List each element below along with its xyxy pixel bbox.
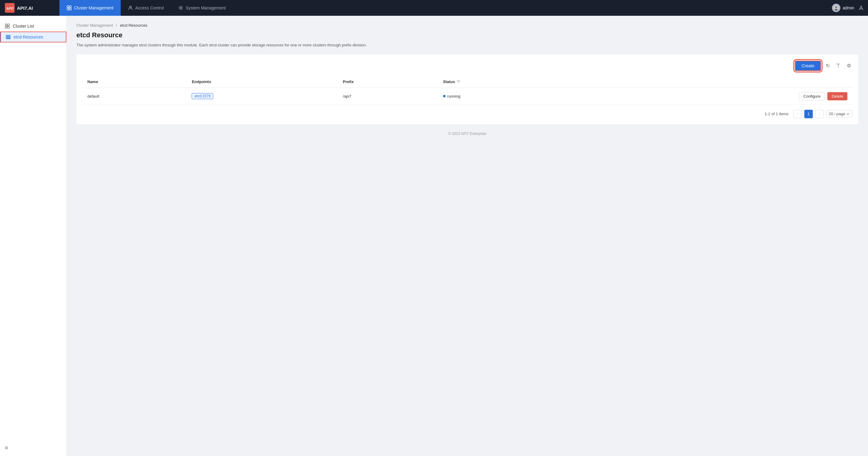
action-buttons: Configure Delete <box>575 92 848 100</box>
nav-tabs: Cluster Management Access Control System… <box>59 0 832 16</box>
brand-name: API7.AI <box>17 5 33 11</box>
cell-prefix: /api7 <box>338 88 438 105</box>
nav-right: admin A <box>832 4 863 12</box>
col-header-name: Name <box>83 76 187 88</box>
svg-rect-4 <box>67 8 69 10</box>
page-title: etcd Resource <box>76 31 858 39</box>
per-page-label: 20 / page <box>829 111 845 116</box>
collapse-icon: ≡ <box>5 445 8 451</box>
page-description: The system administrator manages etcd cl… <box>76 42 858 48</box>
nav-tab-system-management[interactable]: System Management <box>171 0 233 16</box>
breadcrumb-parent[interactable]: Cluster Management <box>76 23 113 28</box>
cluster-management-icon <box>67 5 71 10</box>
svg-point-7 <box>180 7 182 9</box>
prev-page-button[interactable]: ‹ <box>794 110 802 118</box>
page-footer: © 2022 API7 Enterprise <box>76 124 858 143</box>
filter-icon[interactable] <box>457 80 460 84</box>
column-icon: ⊤ <box>836 62 841 69</box>
per-page-select[interactable]: 20 / page <box>826 110 852 118</box>
logo-area: API7 API7.AI <box>5 3 59 13</box>
svg-point-10 <box>835 9 838 11</box>
nav-tab-access-control[interactable]: Access Control <box>121 0 171 16</box>
status-dot <box>443 95 445 97</box>
svg-rect-13 <box>5 26 7 28</box>
status-text: running <box>447 94 460 99</box>
svg-rect-5 <box>69 8 71 10</box>
svg-rect-3 <box>69 6 71 8</box>
endpoint-badge: etcd:2379 <box>192 93 213 99</box>
nav-tab-cluster-label: Cluster Management <box>74 5 114 10</box>
sidebar: Cluster List etcd Resources ≡ <box>0 16 67 456</box>
table-header: Name Endpoints Prefix Status <box>83 76 852 88</box>
delete-button[interactable]: Delete <box>827 92 847 100</box>
cell-actions: Configure Delete <box>570 88 852 105</box>
column-settings-button[interactable]: ⊤ <box>835 61 842 70</box>
sidebar-item-etcd-resources[interactable]: etcd Resources <box>0 32 66 42</box>
table-row: default etcd:2379 /api7 running <box>83 88 852 105</box>
access-control-icon <box>128 5 133 10</box>
cluster-list-icon <box>5 24 10 29</box>
svg-rect-2 <box>67 6 69 8</box>
sidebar-collapse-button[interactable]: ≡ <box>5 445 8 451</box>
create-button[interactable]: Create <box>795 61 821 71</box>
avatar <box>832 4 840 12</box>
language-icon[interactable]: A <box>859 4 863 12</box>
breadcrumb: Cluster Management / etcd Resources <box>76 23 858 28</box>
api7-logo-icon: API7 <box>5 3 14 13</box>
breadcrumb-separator: / <box>116 23 117 28</box>
data-table: Name Endpoints Prefix Status <box>83 76 852 105</box>
svg-rect-14 <box>8 26 9 28</box>
pagination: 1-1 of 1 items ‹ 1 › 20 / page <box>83 110 852 118</box>
sidebar-etcd-label: etcd Resources <box>14 35 43 39</box>
breadcrumb-current: etcd Resources <box>120 23 147 28</box>
refresh-icon: ↻ <box>826 63 830 68</box>
table-settings-button[interactable]: ⚙ <box>845 62 852 70</box>
chevron-down-icon <box>846 112 849 116</box>
svg-rect-16 <box>6 37 10 38</box>
main-content: Cluster Management / etcd Resources etcd… <box>67 16 868 456</box>
col-header-prefix: Prefix <box>338 76 438 88</box>
settings-icon: ⚙ <box>847 63 851 68</box>
etcd-resources-icon <box>6 35 11 39</box>
svg-point-6 <box>129 6 131 8</box>
nav-tab-system-label: System Management <box>186 5 226 10</box>
svg-rect-11 <box>5 24 7 26</box>
table-body: default etcd:2379 /api7 running <box>83 88 852 105</box>
admin-username: admin <box>843 5 854 10</box>
top-navigation: API7 API7.AI Cluster Management Access C… <box>0 0 868 16</box>
col-header-status: Status <box>438 76 570 88</box>
system-management-icon <box>178 5 183 10</box>
next-page-button[interactable]: › <box>815 110 824 118</box>
sidebar-cluster-list-label: Cluster List <box>13 24 34 29</box>
nav-tab-access-label: Access Control <box>135 5 164 10</box>
table-toolbar: Create ↻ ⊤ ⚙ <box>83 61 852 71</box>
col-header-actions <box>570 76 852 88</box>
svg-rect-12 <box>8 24 9 26</box>
cell-status: running <box>438 88 570 105</box>
admin-area[interactable]: admin <box>832 4 854 12</box>
app-layout: Cluster List etcd Resources ≡ Cluster Ma… <box>0 16 868 456</box>
pagination-info: 1-1 of 1 items <box>765 111 788 116</box>
page-number-1[interactable]: 1 <box>804 110 813 118</box>
svg-text:API7: API7 <box>6 7 14 10</box>
table-card: Create ↻ ⊤ ⚙ Name Endpoints Prefix <box>76 55 858 124</box>
svg-point-9 <box>835 6 837 8</box>
col-header-endpoints: Endpoints <box>187 76 338 88</box>
refresh-button[interactable]: ↻ <box>825 62 831 70</box>
svg-rect-15 <box>6 35 10 36</box>
footer-text: © 2022 API7 Enterprise <box>448 132 487 136</box>
sidebar-item-cluster-list[interactable]: Cluster List <box>0 21 66 32</box>
svg-rect-17 <box>6 38 10 39</box>
cell-endpoints: etcd:2379 <box>187 88 338 105</box>
cell-name: default <box>83 88 187 105</box>
configure-button[interactable]: Configure <box>799 92 825 100</box>
nav-tab-cluster-management[interactable]: Cluster Management <box>59 0 121 16</box>
